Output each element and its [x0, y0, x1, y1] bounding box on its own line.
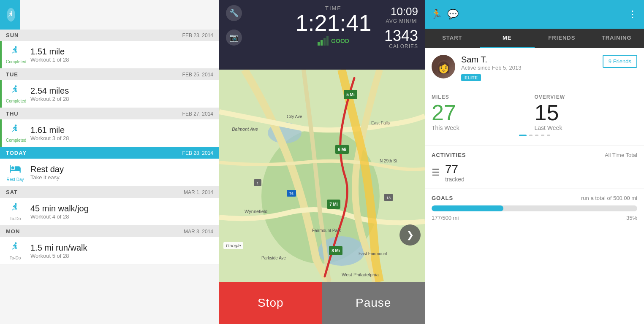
next-button[interactable]: ❯ [399, 224, 421, 246]
user-since: Active since Feb 5, 2013 [461, 65, 597, 71]
stats-section: MILES 27 This Week OVERVIEW 15 Last Week [425, 88, 644, 146]
svg-text:Wynnefield: Wynnefield [245, 209, 267, 214]
workout-row[interactable]: Completed 2.54 miles Workout 2 of 28 [0, 80, 219, 108]
tab-friends[interactable]: FRIENDS [535, 29, 590, 48]
day-header-sun: SUN FEB 23, 2014 [0, 30, 219, 41]
svg-text:13: 13 [386, 196, 391, 200]
workout-title: 1.5 mi run/walk [30, 243, 213, 253]
status-badge: Completed [6, 99, 24, 103]
elite-badge: ELITE [461, 74, 481, 81]
last-week-value: 15 [535, 102, 638, 124]
status-bar [0, 119, 2, 147]
this-week-value: 27 [432, 102, 535, 124]
more-options-icon[interactable]: ⋮ [628, 9, 638, 20]
schedule-list: SUN FEB 23, 2014 Completed 1.51 mile Wor… [0, 30, 219, 324]
activity-count-block: 77 tracked [445, 162, 465, 183]
workout-icon: Completed [6, 84, 24, 103]
workout-icon: Completed [6, 124, 24, 143]
workout-row[interactable]: Rest Day Rest day Take it easy. [0, 159, 219, 186]
day-header-mon: MON MAR 3, 2014 [0, 226, 219, 237]
day-label: SUN [6, 32, 19, 38]
avg-label: AVG MIN/MI [384, 18, 418, 24]
middle-panel: 🔧 📷 TIME 1:21:41 GOOD 10:09 AVG MIN/MI 1… [219, 0, 425, 324]
svg-text:1: 1 [257, 181, 259, 185]
header-icons: 🏃 💬 [431, 9, 459, 20]
signal-bar-1 [318, 42, 320, 46]
workout-row[interactable]: Completed 1.51 mile Workout 1 of 28 [0, 41, 219, 69]
status-badge: To-Do [6, 256, 24, 260]
tab-start[interactable]: START [425, 29, 480, 48]
avatar-image: 👩 [432, 55, 455, 78]
workout-subtitle: Workout 4 of 28 [30, 213, 213, 220]
chat-icon: 💬 [447, 9, 459, 20]
workout-info: 1.5 mi run/walk Workout 5 of 28 [30, 243, 213, 259]
avatar: 👩 [432, 55, 455, 78]
overview-stat: OVERVIEW 15 Last Week [535, 94, 638, 131]
tool-icons: 🔧 📷 [226, 5, 242, 65]
workout-icon: To-Do [6, 241, 24, 260]
status-bar [0, 80, 2, 108]
google-badge: Google [223, 242, 243, 249]
signal-bar-4 [326, 36, 329, 46]
wrench-icon[interactable]: 🔧 [226, 5, 242, 21]
status-bar [0, 198, 2, 225]
dot-1 [519, 135, 527, 136]
tab-training[interactable]: TRAINING [589, 29, 644, 48]
svg-point-3 [15, 124, 17, 127]
progress-info: 177/500 mi 35% [432, 215, 637, 221]
status-bar [0, 237, 2, 265]
action-buttons: Stop Pause [219, 282, 425, 324]
workout-row[interactable]: To-Do 1.5 mi run/walk Workout 5 of 28 [0, 237, 219, 265]
goals-section: GOALS run a total of 500.00 mi 177/500 m… [425, 189, 644, 227]
pause-button[interactable]: Pause [322, 282, 425, 324]
runner-icon [7, 8, 15, 22]
workout-title: 45 min walk/jog [30, 203, 213, 213]
svg-point-4 [15, 203, 17, 205]
svg-text:5 Mi: 5 Mi [346, 92, 355, 97]
camera-icon[interactable]: 📷 [226, 30, 242, 46]
all-time-label: All Time Total [605, 152, 637, 158]
activities-row: ☰ 77 tracked [432, 162, 637, 183]
day-date: MAR 1, 2014 [184, 189, 213, 195]
signal-bar-3 [323, 38, 326, 46]
activity-count: 77 [445, 162, 465, 176]
tab-me[interactable]: ME [480, 29, 535, 48]
svg-point-1 [15, 46, 17, 48]
overview-label: OVERVIEW [535, 94, 638, 100]
workout-title: 1.51 mile [30, 46, 213, 57]
workout-stats: 🔧 📷 TIME 1:21:41 GOOD 10:09 AVG MIN/MI 1… [219, 0, 425, 70]
workout-info: Rest day Take it easy. [30, 164, 213, 181]
svg-text:Parkside Ave: Parkside Ave [261, 256, 286, 260]
svg-text:East Fairmount: East Fairmount [359, 251, 387, 256]
status-badge: Completed [6, 59, 24, 64]
day-date: FEB 25, 2014 [182, 72, 213, 78]
goals-header: GOALS run a total of 500.00 mi [432, 195, 637, 201]
left-header: Schedule Preview [0, 0, 219, 30]
signal-bars [318, 36, 329, 46]
svg-text:East Falls: East Falls [371, 121, 390, 125]
workout-info: 2.54 miles Workout 2 of 28 [30, 86, 213, 102]
friends-button[interactable]: 9 Friends [603, 55, 637, 68]
right-stats: 10:09 AVG MIN/MI 1343 CALORIES [384, 5, 418, 49]
activities-header: ACTIVITIES All Time Total [432, 152, 637, 158]
stats-row: MILES 27 This Week OVERVIEW 15 Last Week [432, 94, 637, 131]
svg-text:6 Mi: 6 Mi [338, 147, 346, 152]
status-bar [0, 159, 2, 186]
map-view[interactable]: 5 Mi 6 Mi 7 Mi 8 Mi Belmont Ave City Ave… [219, 70, 425, 282]
svg-text:City Ave: City Ave [287, 114, 302, 119]
workout-row[interactable]: Completed 1.61 mile Workout 3 of 28 [0, 119, 219, 147]
workout-icon: Completed [6, 45, 24, 64]
day-header-tue: TUE FEB 25, 2014 [0, 69, 219, 80]
workout-info: 1.61 mile Workout 3 of 28 [30, 125, 213, 141]
stop-button[interactable]: Stop [219, 282, 322, 324]
workout-title: Rest day [30, 164, 213, 174]
workout-subtitle: Workout 3 of 28 [30, 135, 213, 141]
progress-bar-fill [432, 205, 503, 211]
workout-subtitle: Workout 5 of 28 [30, 253, 213, 259]
day-label: TODAY [6, 150, 27, 156]
miles-label: MILES [432, 94, 535, 100]
miles-stat: MILES 27 This Week [432, 94, 535, 131]
activities-title: ACTIVITIES [432, 152, 466, 158]
calories-value: 1343 [384, 28, 418, 43]
workout-row[interactable]: To-Do 45 min walk/jog Workout 4 of 28 [0, 198, 219, 226]
